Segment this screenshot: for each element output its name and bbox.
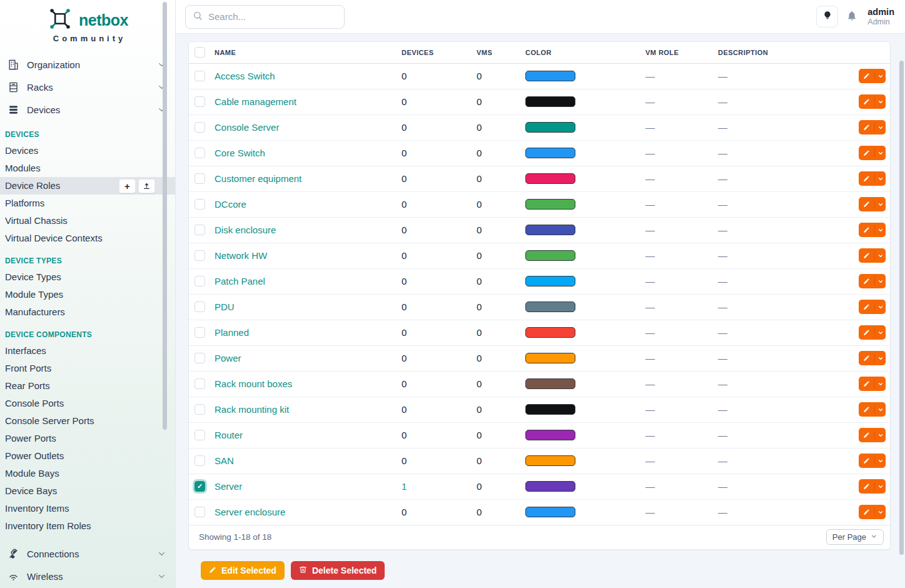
sidebar-item-devices[interactable]: Devices [0, 98, 175, 121]
sidebar-item-interfaces[interactable]: Interfaces [0, 342, 175, 360]
row-edit-button[interactable] [859, 300, 886, 314]
row-name-link[interactable]: Rack mounting kit [215, 404, 289, 415]
row-checkbox[interactable] [195, 250, 205, 261]
row-edit-button[interactable] [859, 248, 886, 263]
row-edit-button[interactable] [859, 171, 886, 186]
row-name-link[interactable]: Router [215, 430, 243, 440]
row-checkbox[interactable] [195, 96, 205, 107]
row-devices[interactable]: 1 [402, 481, 407, 492]
select-all-checkbox[interactable] [195, 47, 205, 58]
row-edit-button[interactable] [859, 402, 886, 417]
row-checkbox[interactable] [195, 148, 205, 158]
netbox-logo[interactable]: netbox [0, 0, 175, 33]
sidebar-item-console-ports[interactable]: Console Ports [0, 395, 175, 412]
row-checkbox[interactable] [195, 353, 205, 363]
row-edit-button[interactable] [859, 454, 886, 468]
row-edit-button[interactable] [859, 223, 886, 237]
row-name-link[interactable]: Server enclosure [215, 507, 285, 517]
sidebar-item-module-types[interactable]: Module Types [0, 286, 175, 303]
row-checkbox[interactable] [195, 199, 205, 210]
row-edit-button[interactable] [859, 197, 886, 211]
column-header-color[interactable]: COLOR [525, 42, 645, 63]
row-checkbox[interactable] [195, 71, 205, 81]
row-name-link[interactable]: Access Switch [215, 71, 275, 81]
row-checkbox[interactable] [195, 173, 205, 184]
sidebar-item-devices-list[interactable]: Devices [0, 142, 175, 160]
column-header-devices[interactable]: DEVICES [402, 42, 477, 63]
row-edit-button[interactable] [859, 120, 886, 134]
sidebar-item-modules[interactable]: Modules [0, 160, 175, 177]
row-checkbox[interactable] [195, 507, 205, 517]
row-name-link[interactable]: Core Switch [215, 148, 265, 158]
row-name-link[interactable]: Console Server [215, 122, 279, 133]
add-device-role-button[interactable]: + [119, 179, 136, 193]
sidebar-item-racks[interactable]: Racks [0, 76, 175, 98]
column-header-name[interactable]: NAME [215, 42, 402, 63]
sidebar-scrollbar-thumb[interactable] [163, 2, 167, 430]
theme-toggle-button[interactable] [816, 6, 838, 28]
row-checkbox[interactable] [195, 225, 205, 235]
row-edit-button[interactable] [859, 69, 886, 83]
sidebar-item-rear-ports[interactable]: Rear Ports [0, 377, 175, 395]
sidebar-item-power-ports[interactable]: Power Ports [0, 430, 175, 447]
sidebar-item-module-bays[interactable]: Module Bays [0, 465, 175, 482]
row-checkbox[interactable] [195, 327, 205, 338]
row-edit-button[interactable] [859, 505, 886, 519]
sidebar-item-connections[interactable]: Connections [0, 542, 175, 565]
row-name-link[interactable]: Network HW [215, 250, 267, 261]
row-edit-button[interactable] [859, 428, 886, 442]
sidebar-item-organization[interactable]: Organization [0, 53, 175, 76]
row-name-link[interactable]: Server [215, 481, 242, 492]
row-checkbox[interactable] [195, 378, 205, 389]
sidebar-item-device-bays[interactable]: Device Bays [0, 482, 175, 500]
row-edit-button[interactable] [859, 325, 886, 340]
row-checkbox[interactable] [195, 430, 205, 440]
row-name-link[interactable]: PDU [215, 302, 235, 312]
row-name-link[interactable]: Planned [215, 327, 249, 338]
edit-selected-button[interactable]: Edit Selected [201, 561, 285, 580]
row-checkbox[interactable] [195, 404, 205, 415]
page-scrollbar-thumb[interactable] [899, 61, 904, 555]
row-edit-button[interactable] [859, 274, 886, 288]
row-checkbox[interactable] [195, 481, 205, 492]
sidebar-item-front-ports[interactable]: Front Ports [0, 360, 175, 377]
search-box[interactable] [185, 5, 345, 29]
sidebar-item-device-types[interactable]: Device Types [0, 268, 175, 286]
sidebar-item-manufacturers[interactable]: Manufacturers [0, 303, 175, 321]
row-name-link[interactable]: DCcore [215, 199, 246, 210]
row-name-link[interactable]: Power [215, 353, 241, 363]
notifications-button[interactable] [846, 10, 857, 24]
row-name-link[interactable]: Customer equipment [215, 173, 301, 184]
sidebar-item-platforms[interactable]: Platforms [0, 195, 175, 212]
sidebar-item-virtual-chassis[interactable]: Virtual Chassis [0, 212, 175, 230]
sidebar-item-device-roles[interactable]: Device Roles + [0, 177, 175, 195]
row-name-link[interactable]: SAN [215, 455, 234, 466]
sidebar-item-inventory-items[interactable]: Inventory Items [0, 500, 175, 517]
row-edit-button[interactable] [859, 94, 886, 109]
sidebar-item-inventory-item-roles[interactable]: Inventory Item Roles [0, 517, 175, 535]
row-name-link[interactable]: Cable management [215, 96, 296, 107]
row-edit-button[interactable] [859, 351, 886, 365]
import-device-roles-button[interactable] [138, 179, 155, 193]
sidebar-item-wireless[interactable]: Wireless [0, 565, 175, 587]
sidebar-item-power-outlets[interactable]: Power Outlets [0, 447, 175, 465]
row-checkbox[interactable] [195, 276, 205, 286]
sidebar-item-virtual-device-contexts[interactable]: Virtual Device Contexts [0, 230, 175, 247]
row-edit-button[interactable] [859, 146, 886, 160]
row-checkbox[interactable] [195, 455, 205, 466]
delete-selected-button[interactable]: Delete Selected [291, 561, 385, 580]
row-name-link[interactable]: Patch Panel [215, 276, 265, 286]
column-header-description[interactable]: DESCRIPTION [718, 42, 852, 63]
search-input[interactable] [208, 11, 337, 22]
row-name-link[interactable]: Rack mount boxes [215, 378, 292, 389]
row-checkbox[interactable] [195, 122, 205, 133]
user-menu[interactable]: admin Admin [867, 6, 894, 28]
column-header-vm-role[interactable]: VM ROLE [645, 42, 718, 63]
row-edit-button[interactable] [859, 479, 886, 494]
column-header-vms[interactable]: VMS [477, 42, 525, 63]
per-page-select[interactable]: Per Page [826, 529, 884, 545]
row-checkbox[interactable] [195, 302, 205, 312]
sidebar-item-console-server-ports[interactable]: Console Server Ports [0, 412, 175, 430]
row-name-link[interactable]: Disk enclosure [215, 225, 276, 235]
row-edit-button[interactable] [859, 377, 886, 391]
